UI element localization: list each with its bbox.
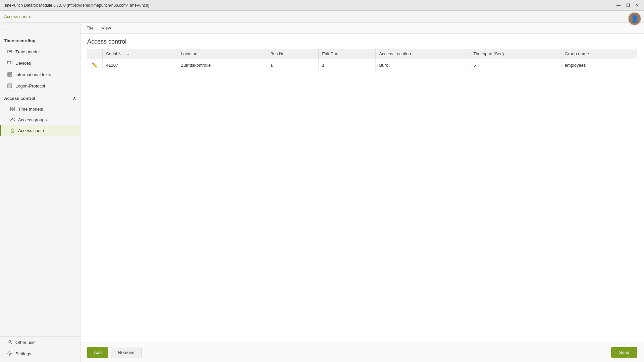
- cell-location: Zutrittskontrolle: [177, 59, 267, 71]
- sidebar-item-informational-texts[interactable]: Informational texts: [0, 69, 80, 80]
- col-label-access-location: Access Location: [379, 51, 411, 56]
- col-header-location[interactable]: Location: [177, 49, 267, 59]
- sidebar-label-informational-texts: Informational texts: [15, 72, 51, 77]
- col-label-serial-nr: Serial Nr.: [106, 51, 124, 56]
- edit-cell: ✏️: [87, 59, 103, 71]
- svg-point-16: [11, 118, 13, 120]
- settings-icon: [7, 351, 13, 357]
- access-groups-icon: [9, 117, 15, 123]
- sidebar-label-devices: Devices: [15, 61, 31, 66]
- avatar-image: 👤: [629, 13, 641, 25]
- sidebar-access-control-label: Access control: [4, 96, 35, 101]
- cell-group-name: employees: [561, 59, 637, 71]
- sidebar-label-transponder: Transponder: [15, 49, 40, 54]
- svg-point-20: [9, 340, 11, 342]
- table-header-row: Serial Nr. ▲ Location Bus Nr. Exit Port: [87, 49, 637, 59]
- sidebar-item-other-user[interactable]: Other user: [0, 337, 80, 348]
- col-header-access-location[interactable]: Access Location: [376, 49, 470, 59]
- sidebar-item-devices[interactable]: Devices: [0, 57, 80, 69]
- svg-point-17: [13, 118, 14, 119]
- titlebar-title: TimePunch Datafox Module 5.7.0.0 (https:…: [3, 3, 149, 8]
- edit-row-button[interactable]: ✏️: [91, 62, 99, 68]
- sidebar-section-access-control: Access control ∧ T: [0, 93, 80, 136]
- restore-button[interactable]: ❐: [624, 2, 632, 9]
- transponder-icon: [7, 49, 13, 55]
- svg-rect-13: [13, 107, 14, 109]
- svg-point-19: [12, 131, 13, 132]
- app: ≡ Time recording Transponder: [0, 23, 644, 362]
- col-header-exit-port[interactable]: Exit Port: [319, 49, 376, 59]
- sidebar-item-transponder[interactable]: Transponder: [0, 46, 80, 57]
- sidebar-label-settings: Settings: [15, 351, 31, 356]
- minimize-button[interactable]: —: [614, 2, 623, 9]
- logon-protocol-icon: [7, 83, 13, 89]
- add-button[interactable]: Add: [87, 347, 108, 358]
- sidebar-toggle[interactable]: ≡: [0, 23, 80, 36]
- table-area: Serial Nr. ▲ Location Bus Nr. Exit Port: [80, 49, 644, 343]
- cell-serial-nr: 41207: [103, 59, 177, 71]
- col-label-group-name: Group name: [565, 51, 589, 56]
- col-label-timespan: Timespan (Sec): [473, 51, 504, 56]
- sidebar-label-access-control: Access control: [18, 128, 47, 133]
- col-header-serial-nr[interactable]: Serial Nr. ▲: [103, 49, 177, 59]
- svg-rect-3: [11, 62, 12, 64]
- svg-rect-15: [13, 109, 14, 111]
- cell-access-location: Büro: [376, 59, 470, 71]
- svg-rect-1: [9, 51, 11, 52]
- page-title: Access control: [87, 38, 637, 45]
- sidebar-label-other-user: Other user: [15, 340, 36, 345]
- sidebar-item-time-models[interactable]: Time models: [0, 104, 80, 114]
- sidebar-item-access-groups[interactable]: Access groups: [0, 114, 80, 125]
- sort-icon-serial-nr: ▲: [126, 52, 130, 56]
- sidebar-label-access-groups: Access groups: [18, 117, 47, 122]
- svg-rect-14: [10, 109, 12, 111]
- sidebar-label-logon-protocol: Logon-Protocol: [15, 83, 45, 88]
- sidebar-item-settings[interactable]: Settings: [0, 348, 80, 359]
- sidebar-item-logon-protocol[interactable]: Logon-Protocol: [0, 80, 80, 92]
- col-header-timespan[interactable]: Timespan (Sec): [470, 49, 561, 59]
- other-user-icon: [7, 339, 13, 345]
- remove-button[interactable]: Remove: [111, 347, 141, 358]
- breadcrumb-link[interactable]: Access control: [4, 14, 33, 19]
- time-models-icon: [9, 106, 15, 112]
- menu-view[interactable]: View: [98, 24, 114, 32]
- page-title-bar: Access control: [80, 34, 644, 49]
- breadcrumb-bar: Access control: [0, 11, 644, 23]
- svg-rect-2: [7, 61, 11, 64]
- sidebar-access-control-toggle[interactable]: Access control ∧: [0, 93, 80, 104]
- sidebar-top: ≡ Time recording Transponder: [0, 23, 80, 336]
- devices-icon: [7, 60, 13, 66]
- sidebar-section-time-recording[interactable]: Time recording: [0, 36, 80, 46]
- close-button[interactable]: ✕: [633, 2, 641, 9]
- cell-timespan-sec: 5: [470, 59, 561, 71]
- col-header-group-name[interactable]: Group name: [561, 49, 637, 59]
- main-panel: File View Access control Serial Nr. ▲: [80, 23, 644, 362]
- sidebar-item-access-control[interactable]: Access control: [0, 125, 80, 136]
- send-button[interactable]: Send: [611, 347, 637, 358]
- sidebar-bottom: Other user Settings: [0, 336, 80, 362]
- svg-point-21: [9, 353, 11, 355]
- access-control-icon: [9, 127, 15, 133]
- sidebar: ≡ Time recording Transponder: [0, 23, 80, 362]
- informational-texts-icon: [7, 71, 13, 77]
- menu-bar: File View: [80, 23, 644, 34]
- col-header-bus-nr[interactable]: Bus Nr.: [267, 49, 318, 59]
- table-row: ✏️41207Zutrittskontrolle11Büro5employees: [87, 59, 637, 71]
- cell-exit-port: 1: [319, 59, 376, 71]
- content-area: ≡ Time recording Transponder: [0, 23, 644, 362]
- svg-rect-12: [10, 107, 12, 109]
- access-control-table: Serial Nr. ▲ Location Bus Nr. Exit Port: [87, 49, 637, 71]
- bottom-bar: Add Remove Send: [80, 343, 644, 362]
- chevron-up-icon: ∧: [73, 96, 76, 101]
- col-label-exit-port: Exit Port: [322, 51, 338, 56]
- titlebar-controls: — ❐ ✕: [614, 2, 641, 9]
- table-body: ✏️41207Zutrittskontrolle11Büro5employees: [87, 59, 637, 71]
- col-header-edit: [87, 49, 103, 59]
- col-label-location: Location: [181, 51, 197, 56]
- bottom-left-buttons: Add Remove: [87, 347, 142, 358]
- sidebar-label-time-models: Time models: [18, 107, 43, 112]
- avatar[interactable]: 👤: [628, 12, 641, 25]
- titlebar: TimePunch Datafox Module 5.7.0.0 (https:…: [0, 0, 644, 11]
- col-label-bus-nr: Bus Nr.: [270, 51, 285, 56]
- menu-file[interactable]: File: [83, 24, 97, 32]
